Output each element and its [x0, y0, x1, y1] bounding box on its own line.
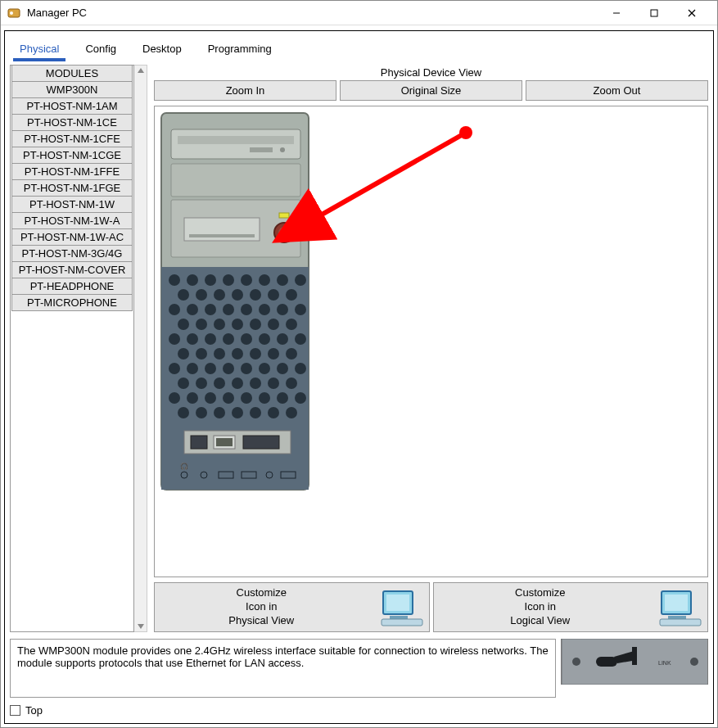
svg-point-19	[278, 227, 290, 238]
module-item[interactable]: PT-HOST-NM-1FGE	[11, 179, 133, 197]
svg-rect-118	[668, 616, 686, 619]
svg-point-65	[286, 348, 297, 359]
title-bar: Manager PC	[1, 1, 717, 25]
svg-point-61	[214, 348, 225, 359]
customize-physical-button[interactable]: Customize Icon in Physical View	[154, 582, 430, 632]
svg-rect-16	[189, 234, 255, 237]
svg-point-71	[259, 363, 270, 374]
svg-point-56	[259, 333, 270, 345]
svg-point-60	[196, 348, 207, 359]
tab-programming[interactable]: Programming	[201, 39, 278, 61]
original-size-button[interactable]: Original Size	[340, 80, 522, 101]
svg-point-27	[277, 274, 288, 286]
module-item[interactable]: PT-HEADPHONE	[11, 278, 133, 295]
maximize-button[interactable]	[635, 1, 673, 25]
top-checkbox-label: Top	[25, 704, 43, 717]
view-label: Physical Device View	[154, 65, 708, 80]
svg-point-28	[295, 274, 306, 286]
module-item[interactable]: PT-HOST-NM-1CGE	[11, 147, 133, 164]
svg-point-26	[259, 274, 270, 286]
svg-point-82	[187, 392, 198, 404]
module-item[interactable]: PT-HOST-NM-1AM	[11, 97, 133, 115]
svg-rect-97	[191, 436, 207, 449]
tab-config[interactable]: Config	[79, 39, 123, 61]
module-item[interactable]: PT-HOST-NM-1W	[11, 196, 133, 213]
tab-physical[interactable]: Physical	[13, 39, 65, 61]
svg-point-81	[169, 392, 180, 404]
svg-rect-17	[279, 213, 289, 218]
svg-point-91	[214, 407, 225, 418]
svg-point-34	[268, 289, 279, 301]
svg-point-23	[205, 274, 216, 286]
scroll-down-icon[interactable]	[137, 623, 145, 630]
module-item[interactable]: PT-HOST-NM-3G/4G	[11, 245, 133, 262]
svg-point-70	[241, 363, 252, 374]
svg-point-66	[169, 363, 180, 374]
svg-point-1	[10, 11, 13, 15]
svg-point-29	[178, 289, 189, 301]
svg-point-79	[268, 378, 279, 389]
svg-point-93	[250, 407, 261, 418]
svg-rect-101	[161, 455, 309, 490]
device-viewport[interactable]: 🎧	[154, 106, 708, 577]
svg-rect-100	[243, 436, 279, 449]
svg-rect-10	[178, 136, 294, 144]
svg-point-24	[223, 274, 234, 286]
svg-point-88	[295, 392, 306, 404]
customize-logical-label: Customize Icon in Logical View	[439, 586, 643, 628]
module-item[interactable]: PT-HOST-NM-COVER	[11, 261, 133, 278]
svg-rect-3	[651, 10, 657, 16]
svg-rect-117	[665, 595, 688, 611]
svg-point-92	[232, 407, 243, 418]
pc-tower-image[interactable]: 🎧	[160, 111, 323, 509]
scroll-up-icon[interactable]	[137, 67, 145, 74]
module-description: The WMP300N module provides one 2.4GHz w…	[10, 639, 556, 698]
svg-rect-119	[660, 619, 701, 626]
svg-point-12	[280, 147, 285, 152]
svg-point-41	[259, 304, 270, 315]
svg-point-22	[187, 274, 198, 286]
svg-point-74	[178, 378, 189, 389]
customize-logical-button[interactable]: Customize Icon in Logical View	[433, 582, 709, 632]
svg-point-47	[232, 319, 243, 330]
module-list[interactable]: MODULES WMP300N PT-HOST-NM-1AM PT-HOST-N…	[10, 65, 134, 632]
svg-point-67	[187, 363, 198, 374]
svg-point-30	[196, 289, 207, 301]
svg-point-32	[232, 289, 243, 301]
module-item[interactable]: PT-HOST-NM-1CE	[11, 114, 133, 131]
svg-point-37	[187, 304, 198, 315]
tab-desktop[interactable]: Desktop	[136, 39, 188, 61]
module-item[interactable]: PT-HOST-NM-1W-AC	[11, 228, 133, 246]
svg-point-86	[259, 392, 270, 404]
module-item[interactable]: PT-HOST-NM-1CFE	[11, 130, 133, 147]
module-item[interactable]: PT-HOST-NM-1W-A	[11, 212, 133, 229]
svg-point-84	[223, 392, 234, 404]
module-item[interactable]: WMP300N	[11, 81, 133, 98]
svg-marker-7	[138, 624, 144, 629]
svg-point-122	[690, 658, 698, 666]
module-item[interactable]: PT-HOST-NM-1FFE	[11, 163, 133, 180]
minimize-button[interactable]	[598, 1, 635, 25]
svg-rect-114	[390, 616, 408, 619]
module-item[interactable]: PT-MICROPHONE	[11, 294, 133, 311]
svg-point-54	[223, 333, 234, 345]
svg-point-73	[295, 363, 306, 374]
close-button[interactable]	[673, 1, 711, 25]
svg-point-87	[277, 392, 288, 404]
svg-point-69	[223, 363, 234, 374]
module-preview-image[interactable]: LINK	[561, 639, 708, 685]
zoom-out-button[interactable]: Zoom Out	[526, 80, 708, 101]
svg-point-57	[277, 333, 288, 345]
svg-rect-115	[382, 619, 422, 626]
computer-icon	[380, 588, 424, 627]
svg-point-77	[232, 378, 243, 389]
module-scrollbar[interactable]	[134, 65, 147, 632]
svg-rect-113	[386, 595, 409, 611]
zoom-in-button[interactable]: Zoom In	[154, 80, 336, 101]
top-checkbox[interactable]	[10, 705, 20, 716]
svg-point-36	[169, 304, 180, 315]
window-title: Manager PC	[27, 7, 598, 19]
svg-point-50	[286, 319, 297, 330]
svg-point-58	[295, 333, 306, 345]
svg-point-85	[241, 392, 252, 404]
